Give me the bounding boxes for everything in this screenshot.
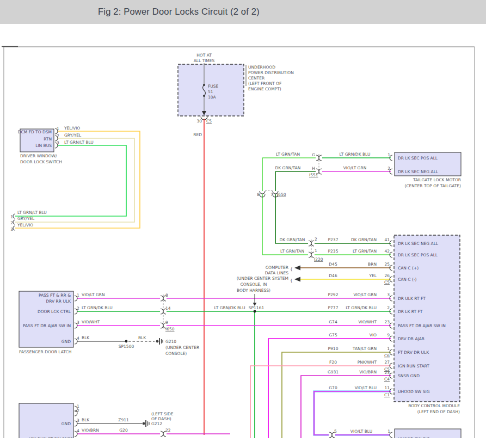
updc-name-2: POWER DISTRIBUTION	[248, 70, 294, 75]
latch-wire4-color: BLK	[82, 335, 90, 340]
circuit-p910: P910	[328, 346, 339, 351]
bbox-pin2-number: 2	[77, 408, 79, 413]
bcm-name-1: BODY CONTROL MODULE	[408, 403, 460, 408]
bcm-pin-23b: 23	[384, 370, 390, 375]
connector-i220: I220	[314, 257, 323, 262]
bbox-pin4-number: 4	[77, 428, 79, 433]
bcm-pin-42: 42	[384, 249, 390, 254]
bcm-pin-41: 41	[384, 237, 390, 242]
circuit-p292: P292	[328, 292, 339, 297]
i650-pin-8: 8	[165, 293, 168, 298]
row8-color: VIO/LT BLU	[355, 385, 377, 390]
connector-i551: I551	[309, 173, 318, 177]
dsw-wire2-color: GRY/YEL	[64, 133, 82, 138]
tg-pin2: 2	[387, 166, 390, 171]
bcm-label-26: CAN C (-)	[398, 277, 417, 282]
bcm-pin-26: 26	[384, 273, 390, 278]
circuit-diagram: HOT AT ALL TIMES FUSE 51 10A 30 C5 RED U…	[0, 0, 486, 448]
conn-22-pin: 22	[165, 428, 171, 433]
updc-name-3: CENTER	[248, 76, 264, 81]
dsw-pin1-label: DCM FD TO DSM	[18, 130, 52, 134]
circuit-g75: G75	[329, 333, 337, 337]
latch-pin2-number: 2	[77, 306, 79, 311]
tg-wire2-right-color: VIO/LT GRN	[343, 165, 367, 170]
mid-note-1: (UNDER CENTER	[237, 276, 270, 281]
bcm-pin-2: 2	[387, 305, 390, 310]
wire-pnk-wht	[250, 366, 391, 438]
latch-wire2-color: LT GRN/DK BLU	[82, 305, 113, 310]
latch-pin3-number: 3	[77, 320, 79, 325]
uhood-wire-color: VIO/LT BLU	[350, 429, 372, 434]
bcm-conn-c4: C4	[384, 377, 390, 382]
cdl-brace-1: {	[290, 267, 293, 272]
tg-wire2-left-color: DK GRN/TAN	[275, 165, 301, 170]
bcm-pin-3: 3	[387, 292, 390, 297]
bcm-pin-9: 9	[387, 333, 390, 337]
dsw-pin3-number: 3	[57, 140, 59, 145]
circuit-p235: P235	[328, 249, 339, 254]
row4-color: VIO	[370, 333, 377, 337]
fuse-pin-number: 30	[196, 119, 202, 124]
dsw-wire1-color: YEL/VIO	[64, 126, 80, 131]
bcm-label-2: DR LK RT FT	[398, 309, 423, 314]
dsw-pin1-number: 1	[57, 126, 59, 131]
i550-pin-7: 7	[270, 192, 273, 197]
wire-tan-lt-grn	[282, 352, 391, 438]
ground-g210-symbol	[156, 338, 163, 345]
row5-color: TAN/LT GRN	[352, 346, 377, 351]
bcm-label-41: DR LK SEC NEG ALL	[398, 241, 439, 246]
row2-color: LT GRN/DK BLU	[346, 305, 377, 310]
splice-sp1161-dot	[254, 310, 256, 313]
wire-brn-label: BRN	[368, 262, 377, 267]
ground-g212-label: G212	[151, 421, 162, 426]
mid-note-2: CONSOLE, IN	[241, 282, 267, 287]
circuit-g20: G20	[119, 428, 128, 433]
tg-wire1-right-color: LT GRN/DK BLU	[340, 152, 371, 157]
dsw-name-1: DRIVER WINDOW/	[20, 154, 57, 158]
updc-name-1: UNDERHOOD	[248, 65, 275, 70]
stub1-wire-color: LT GRN/LT BLU	[17, 210, 47, 215]
bcm-pin-23: 23	[384, 320, 390, 324]
bbox-wire3-color: BLK	[82, 418, 90, 422]
tg-conn-g: G	[312, 152, 315, 157]
wire-dk-grn-tan-lower	[275, 194, 308, 243]
red-wire-label: RED	[193, 132, 202, 137]
ground-g212-symbol	[143, 420, 149, 427]
splice-sp1500-dot	[125, 340, 128, 343]
g210-location-1: (UNDER CENTER	[165, 345, 199, 350]
bcm-name-2: (LEFT END OF DASH)	[417, 409, 460, 414]
dsw-pin3-label: LIN BUS	[35, 143, 52, 148]
splice-sp1500-label: SP1500	[119, 344, 134, 349]
bcm-pin-1: 1	[387, 346, 390, 351]
conn-5-pin: 5	[334, 429, 337, 434]
circuit-f20: F20	[329, 360, 337, 365]
can-low-arrow	[294, 277, 300, 282]
latch-pin1-label-2: DRV RR ULK	[46, 299, 72, 304]
updc-name-5: ENGINE COMPT)	[248, 87, 281, 91]
fuse-number: 51	[208, 89, 213, 94]
fuse-connector-c5: C5	[206, 119, 212, 124]
dsw-pin2-label: RTN	[44, 137, 52, 142]
row1-color: VIO/LT GRN	[353, 292, 377, 297]
wiring-diagram-page: Fig 2: Power Door Locks Circuit (2 of 2)	[0, 0, 486, 448]
stub3-pin: 3	[10, 227, 13, 232]
g212-location-1: (LEFT SIDE	[151, 412, 174, 416]
wire-vio-lt-blu-1	[314, 391, 391, 435]
latch-pin4-number: 4	[77, 336, 79, 341]
latch-wire3-color: VIO/WHT	[82, 320, 100, 324]
latch-wire4b-color: BLK	[138, 335, 146, 340]
bcm-conn-c1: C1	[384, 392, 390, 397]
bottom-clip-strip	[0, 438, 486, 448]
tg-name-1: TAILGATE LOCK MOTOR	[413, 177, 461, 182]
connector-i650: I650	[165, 327, 175, 332]
circuit-g74: G74	[329, 320, 337, 324]
bbox-gnd-label: GND	[61, 421, 71, 426]
i220-r1-pin: 2	[315, 237, 317, 242]
g210-location-2: CONSOLE)	[165, 351, 187, 356]
tg-pin1-label: DR LK SEC POS ALL	[398, 156, 438, 161]
bcm-label-9: DRV DR AJAR	[398, 336, 425, 341]
i220-r2-right-color: LT GRN/TAN	[353, 249, 377, 254]
circuit-d45: D45	[329, 262, 337, 267]
dsw-name-2: DOOR LOCK SWITCH	[20, 159, 62, 164]
circuit-p237: P237	[328, 237, 339, 242]
